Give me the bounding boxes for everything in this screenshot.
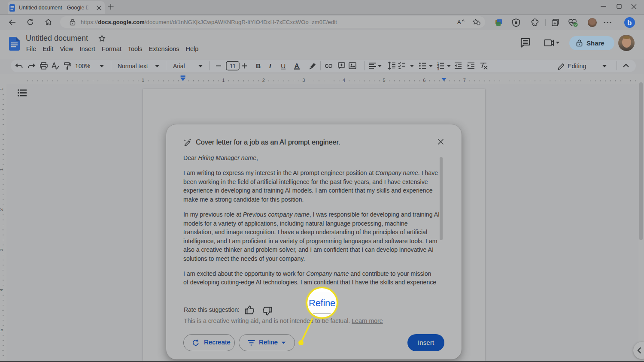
svg-text:1: 1: [0, 88, 4, 90]
svg-text:1: 1: [0, 168, 4, 171]
svg-text:A: A: [295, 62, 299, 69]
svg-text:6: 6: [423, 78, 425, 83]
svg-text:2: 2: [262, 78, 265, 83]
svg-text:5: 5: [0, 329, 4, 332]
svg-text:B: B: [256, 62, 261, 69]
svg-text:Editing: Editing: [568, 63, 586, 69]
svg-text:1: 1: [142, 78, 144, 83]
svg-text:U: U: [281, 62, 286, 69]
svg-text:4: 4: [343, 78, 345, 83]
svg-text:Arial: Arial: [173, 63, 185, 69]
svg-text:5: 5: [383, 78, 386, 83]
svg-text:3: 3: [437, 67, 439, 71]
svg-text:2: 2: [0, 208, 4, 211]
svg-text:4: 4: [0, 289, 4, 291]
svg-text:7: 7: [463, 78, 466, 83]
svg-text:3: 3: [302, 78, 305, 83]
svg-text:Normal text: Normal text: [118, 63, 148, 69]
svg-text:b: b: [627, 19, 632, 27]
svg-text:A: A: [457, 19, 461, 25]
svg-text:I: I: [269, 62, 271, 69]
svg-text:1: 1: [222, 78, 225, 83]
svg-text:3: 3: [0, 248, 4, 251]
svg-text:11: 11: [230, 63, 236, 69]
svg-text:100%: 100%: [75, 63, 90, 69]
